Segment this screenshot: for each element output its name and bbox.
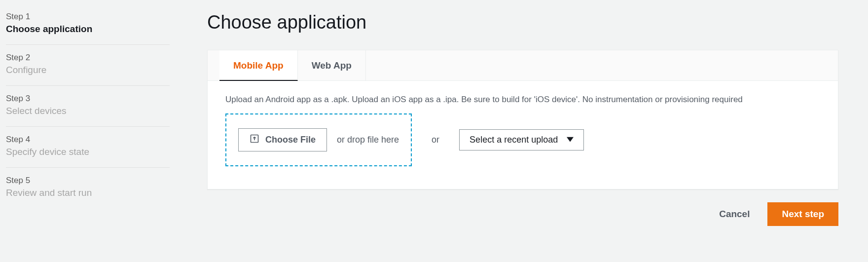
step-3[interactable]: Step 3 Select devices	[6, 94, 170, 127]
step-5[interactable]: Step 5 Review and start run	[6, 176, 170, 208]
recent-upload-select[interactable]: Select a recent upload	[459, 129, 584, 150]
step-label: Step 3	[6, 94, 170, 104]
upload-icon	[250, 134, 259, 146]
step-4[interactable]: Step 4 Specify device state	[6, 135, 170, 168]
step-title: Select devices	[6, 106, 170, 116]
next-step-button[interactable]: Next step	[767, 202, 838, 226]
select-label: Select a recent upload	[470, 135, 558, 145]
step-1[interactable]: Step 1 Choose application	[6, 12, 170, 45]
step-title: Configure	[6, 65, 170, 75]
step-label: Step 2	[6, 53, 170, 63]
footer-buttons: Cancel Next step	[207, 202, 838, 226]
choose-file-button[interactable]: Choose File	[238, 128, 327, 151]
wizard-sidebar: Step 1 Choose application Step 2 Configu…	[0, 0, 178, 262]
tab-bar: Mobile App Web App	[208, 50, 838, 81]
file-dropzone[interactable]: Choose File or drop file here	[225, 113, 412, 166]
step-title: Review and start run	[6, 187, 170, 198]
tab-mobile-app[interactable]: Mobile App	[219, 50, 298, 81]
step-label: Step 4	[6, 135, 170, 145]
tab-web-app[interactable]: Web App	[298, 50, 366, 80]
application-panel: Mobile App Web App Upload an Android app…	[207, 50, 838, 189]
cancel-button[interactable]: Cancel	[715, 203, 754, 225]
or-separator: or	[432, 135, 439, 145]
drop-file-text: or drop file here	[337, 135, 399, 145]
step-2[interactable]: Step 2 Configure	[6, 53, 170, 86]
choose-file-label: Choose File	[265, 135, 316, 145]
page-title: Choose application	[207, 12, 838, 33]
step-title: Choose application	[6, 24, 170, 35]
caret-down-icon	[567, 135, 574, 145]
main-content: Choose application Mobile App Web App Up…	[178, 0, 868, 262]
step-label: Step 5	[6, 176, 170, 186]
upload-help-text: Upload an Android app as a .apk. Upload …	[225, 95, 820, 105]
upload-row: Choose File or drop file here or Select …	[225, 113, 820, 166]
step-title: Specify device state	[6, 147, 170, 157]
step-label: Step 1	[6, 12, 170, 22]
panel-body: Upload an Android app as a .apk. Upload …	[208, 81, 838, 189]
